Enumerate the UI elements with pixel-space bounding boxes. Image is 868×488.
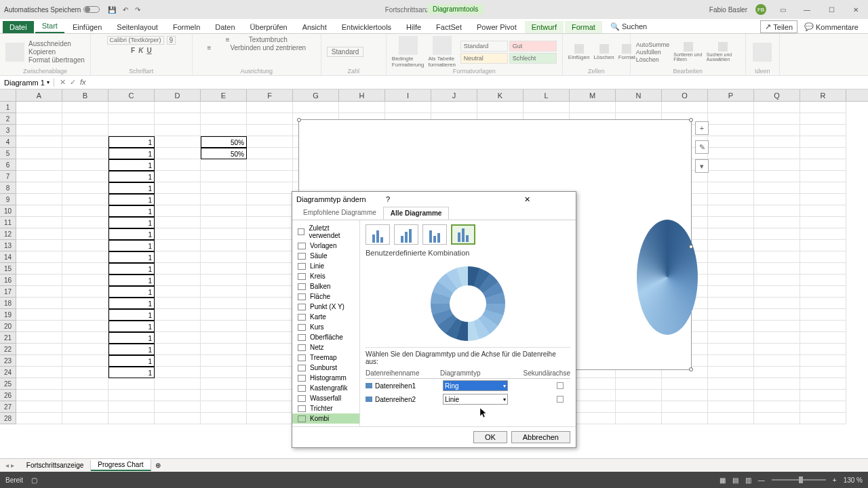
column-header[interactable]: M [570, 89, 616, 101]
row-header[interactable]: 7 [0, 171, 16, 182]
cell[interactable] [201, 367, 247, 378]
cell[interactable]: 50% [201, 148, 247, 159]
cell[interactable] [108, 113, 155, 125]
cell[interactable]: 1 [108, 136, 155, 148]
cell[interactable]: 1 [108, 194, 155, 205]
cell[interactable] [155, 298, 201, 309]
cell[interactable] [570, 102, 616, 113]
format-painter-button[interactable]: Format übertragen [28, 56, 85, 64]
cell[interactable]: 1 [108, 332, 155, 344]
cell[interactable] [16, 332, 62, 344]
cell[interactable] [62, 113, 108, 125]
column-header[interactable]: I [385, 89, 431, 101]
cell[interactable] [62, 413, 108, 424]
cell[interactable] [62, 228, 108, 240]
cell[interactable] [16, 274, 62, 286]
cancel-button[interactable]: Abbrechen [511, 431, 570, 443]
cell[interactable] [201, 274, 247, 286]
row-header[interactable]: 18 [0, 298, 16, 309]
column-header[interactable]: G [293, 89, 339, 101]
cell[interactable] [201, 159, 247, 171]
row-header[interactable]: 20 [0, 321, 16, 332]
cell[interactable] [247, 240, 293, 251]
cell[interactable] [155, 205, 201, 217]
sheet-nav-icon[interactable]: ◂ ▸ [0, 462, 20, 469]
cell[interactable] [155, 113, 201, 125]
cell[interactable] [16, 251, 62, 263]
chart-category-item[interactable]: Punkt (X Y) [292, 302, 359, 312]
tab-format[interactable]: Format [565, 21, 602, 33]
table-format-icon[interactable] [433, 36, 452, 55]
cell[interactable] [662, 102, 708, 113]
series-type-select[interactable]: Ring▾ [443, 380, 508, 391]
cell[interactable] [155, 274, 201, 286]
cell[interactable] [155, 240, 201, 251]
cell[interactable] [708, 228, 754, 240]
row-header[interactable]: 16 [0, 274, 16, 286]
cell[interactable] [155, 182, 201, 194]
cell[interactable] [62, 217, 108, 228]
cell[interactable] [16, 182, 62, 194]
cell[interactable] [662, 390, 708, 401]
tab-einfuegen[interactable]: Einfügen [66, 21, 108, 33]
cell[interactable] [62, 355, 108, 367]
cell[interactable] [754, 148, 800, 159]
cell[interactable] [800, 355, 846, 367]
cell[interactable] [293, 102, 339, 113]
cell[interactable] [108, 390, 155, 401]
select-all-corner[interactable] [0, 89, 16, 101]
cell[interactable] [616, 390, 662, 401]
chart-category-item[interactable]: Karte [292, 312, 359, 322]
cell[interactable] [616, 378, 662, 390]
cell[interactable]: 1 [108, 217, 155, 228]
cell[interactable] [247, 298, 293, 309]
cell[interactable] [800, 367, 846, 378]
cell[interactable] [16, 263, 62, 274]
cell[interactable] [247, 251, 293, 263]
row-header[interactable]: 2 [0, 113, 16, 125]
chart-category-item[interactable]: Kastengrafik [292, 383, 359, 393]
cell[interactable] [16, 171, 62, 182]
cell[interactable] [708, 148, 754, 159]
cell[interactable] [800, 136, 846, 148]
cell[interactable] [247, 205, 293, 217]
column-header[interactable]: R [800, 89, 846, 101]
cell[interactable] [708, 217, 754, 228]
cell[interactable] [155, 194, 201, 205]
cell[interactable] [62, 240, 108, 251]
cell[interactable] [754, 182, 800, 194]
cell[interactable]: 1 [108, 159, 155, 171]
cell[interactable] [247, 378, 293, 390]
cell[interactable] [708, 378, 754, 390]
cell[interactable] [16, 378, 62, 390]
chart-category-item[interactable]: Wasserfall [292, 393, 359, 403]
cell[interactable] [708, 125, 754, 136]
cond-format-icon[interactable] [399, 36, 418, 55]
row-header[interactable]: 13 [0, 240, 16, 251]
cell[interactable] [62, 321, 108, 332]
cell[interactable] [108, 102, 155, 113]
cell[interactable] [800, 113, 846, 125]
cell[interactable] [247, 102, 293, 113]
cell[interactable] [201, 125, 247, 136]
tab-entwurf[interactable]: Entwurf [525, 21, 564, 33]
minimize-icon[interactable]: — [799, 6, 815, 14]
cell[interactable] [754, 228, 800, 240]
column-header[interactable]: C [108, 89, 155, 101]
cell[interactable] [754, 401, 800, 413]
cell[interactable] [155, 217, 201, 228]
cell[interactable] [754, 205, 800, 217]
cell[interactable] [16, 205, 62, 217]
cell[interactable] [708, 355, 754, 367]
cell[interactable] [155, 136, 201, 148]
column-header[interactable]: B [62, 89, 108, 101]
chart-category-item[interactable]: Fläche [292, 291, 359, 302]
cell[interactable] [754, 309, 800, 321]
tab-powerpivot[interactable]: Power Pivot [470, 21, 524, 33]
cell[interactable] [16, 344, 62, 355]
cell[interactable] [800, 194, 846, 205]
column-header[interactable]: A [16, 89, 62, 101]
cell[interactable] [62, 401, 108, 413]
copy-button[interactable]: Kopieren [28, 48, 85, 56]
cell[interactable] [62, 148, 108, 159]
